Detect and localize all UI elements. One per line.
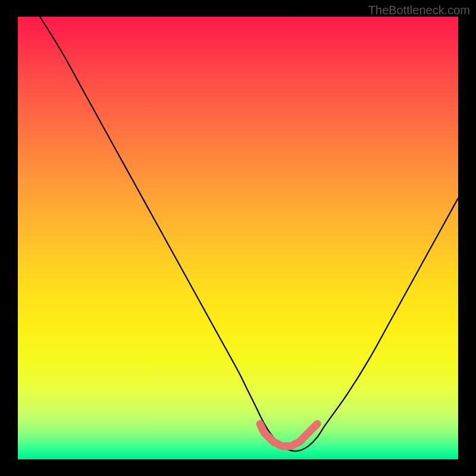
bottleneck-curve-path <box>40 17 458 451</box>
chart-svg <box>18 17 458 459</box>
attribution-text: TheBottleneck.com <box>368 4 470 17</box>
optimal-zone-path <box>260 424 317 446</box>
chart-plot-area <box>18 17 458 459</box>
